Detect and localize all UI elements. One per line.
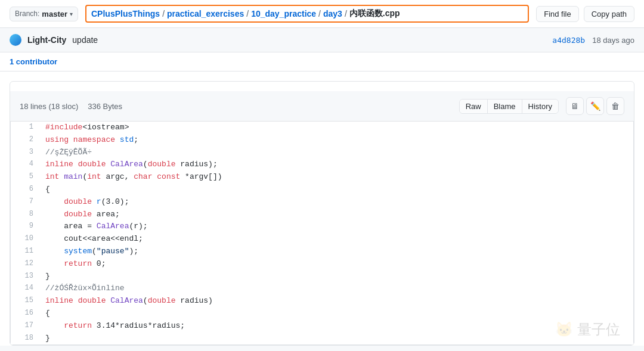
copy-path-button[interactable]: Copy path <box>584 6 634 22</box>
line-number: 9 <box>11 220 41 233</box>
line-number: 10 <box>11 233 41 246</box>
blame-button[interactable]: Blame <box>488 100 522 113</box>
top-actions: Find file Copy path <box>536 6 634 22</box>
edit-icon[interactable]: ✏️ <box>586 97 604 115</box>
avatar <box>10 34 21 46</box>
line-code: { <box>41 184 633 196</box>
table-row: 15inline double CalArea(double radius) <box>11 295 633 307</box>
table-row: 13} <box>11 271 633 283</box>
line-code: int main(int argc, char const *argv[]) <box>41 171 633 184</box>
file-info-bar: 18 lines (18 sloc) 336 Bytes Raw Blame H… <box>10 91 634 122</box>
table-row: 8 double area; <box>11 209 633 221</box>
breadcrumb-file: 内联函数.cpp <box>349 8 400 19</box>
line-code: using namespace std; <box>41 134 633 147</box>
line-code: //şŻĘÿÊÕÃ÷ <box>41 147 633 159</box>
table-row: 6{ <box>11 184 633 196</box>
file-action-buttons: Raw Blame History <box>459 99 559 114</box>
table-row: 4inline double CalArea(double radius); <box>11 159 633 171</box>
page-wrapper: Branch: master ▾ CPlusPlusThings / pract… <box>0 0 644 346</box>
line-code: return 3.14*radius*radius; <box>41 320 633 333</box>
line-number: 17 <box>11 320 41 333</box>
commit-right: a4d828b 18 days ago <box>552 36 634 45</box>
line-number: 5 <box>11 171 41 184</box>
code-container: 1#include<iostream>2using namespace std;… <box>10 122 634 345</box>
line-code: cout<<area<<endl; <box>41 233 633 246</box>
line-code: double area; <box>41 209 633 221</box>
file-size: 336 Bytes <box>88 102 122 111</box>
table-row: 14//żÓŚŘżüx×Õinline <box>11 282 633 295</box>
line-number: 3 <box>11 147 41 159</box>
breadcrumb-repo[interactable]: CPlusPlusThings <box>91 9 160 18</box>
line-code: } <box>41 271 633 283</box>
commit-author[interactable]: Light-City <box>27 35 66 45</box>
file-section: 18 lines (18 sloc) 336 Bytes Raw Blame H… <box>10 81 634 346</box>
line-number: 13 <box>11 271 41 283</box>
line-number: 4 <box>11 159 41 171</box>
line-code: double r(3.0); <box>41 196 633 209</box>
table-row: 1#include<iostream> <box>11 122 633 134</box>
table-row: 11 system("pause"); <box>11 246 633 258</box>
file-actions: Raw Blame History 🖥 ✏️ 🗑 <box>459 97 624 115</box>
commit-bar: Light-City update a4d828b 18 days ago <box>0 28 644 52</box>
branch-selector[interactable]: Branch: master ▾ <box>10 7 78 21</box>
chevron-down-icon: ▾ <box>70 11 73 17</box>
commit-message: update <box>72 35 98 45</box>
raw-button[interactable]: Raw <box>460 100 488 113</box>
commit-hash[interactable]: a4d828b <box>552 36 585 45</box>
table-row: 7 double r(3.0); <box>11 196 633 209</box>
line-code: //żÓŚŘżüx×Õinline <box>41 282 633 295</box>
table-row: 18} <box>11 333 633 345</box>
table-row: 5int main(int argc, char const *argv[]) <box>11 171 633 184</box>
file-meta: 18 lines (18 sloc) 336 Bytes <box>20 102 450 111</box>
line-code: system("pause"); <box>41 246 633 258</box>
desktop-icon[interactable]: 🖥 <box>566 97 584 115</box>
contributor-bar: 1 contributor <box>0 52 644 72</box>
breadcrumb-sep-2: / <box>246 9 249 18</box>
line-number: 18 <box>11 333 41 345</box>
branch-name: master <box>42 10 67 18</box>
line-number: 14 <box>11 282 41 295</box>
line-number: 12 <box>11 258 41 271</box>
table-row: 16{ <box>11 307 633 320</box>
line-code: { <box>41 307 633 320</box>
commit-time: 18 days ago <box>592 36 634 45</box>
table-row: 2using namespace std; <box>11 134 633 147</box>
line-number: 11 <box>11 246 41 258</box>
line-code: } <box>41 333 633 345</box>
table-row: 17 return 3.14*radius*radius; <box>11 320 633 333</box>
table-row: 3//şŻĘÿÊÕÃ÷ <box>11 147 633 159</box>
code-table: 1#include<iostream>2using namespace std;… <box>11 122 633 344</box>
history-button[interactable]: History <box>522 100 558 113</box>
find-file-button[interactable]: Find file <box>536 6 579 22</box>
breadcrumb-sep-4: / <box>345 9 347 18</box>
line-code: return 0; <box>41 258 633 271</box>
breadcrumb-dir3[interactable]: day3 <box>323 9 342 18</box>
line-code: area = CalArea(r); <box>41 220 633 233</box>
delete-icon[interactable]: 🗑 <box>606 97 624 115</box>
breadcrumb-sep-3: / <box>318 9 321 18</box>
line-number: 7 <box>11 196 41 209</box>
line-number: 15 <box>11 295 41 307</box>
table-row: 12 return 0; <box>11 258 633 271</box>
line-number: 16 <box>11 307 41 320</box>
file-lines: 18 lines (18 sloc) <box>20 102 78 111</box>
line-number: 2 <box>11 134 41 147</box>
breadcrumb-dir2[interactable]: 10_day_practice <box>251 9 316 18</box>
top-bar: Branch: master ▾ CPlusPlusThings / pract… <box>0 0 644 28</box>
contributor-link[interactable]: 1 contributor <box>10 57 57 66</box>
breadcrumb-dir1[interactable]: practical_exercises <box>167 9 244 18</box>
line-code: #include<iostream> <box>41 122 633 134</box>
line-number: 6 <box>11 184 41 196</box>
table-row: 10 cout<<area<<endl; <box>11 233 633 246</box>
line-number: 1 <box>11 122 41 134</box>
line-number: 8 <box>11 209 41 221</box>
branch-label: Branch: <box>15 10 39 18</box>
breadcrumb-sep-1: / <box>162 9 165 18</box>
line-code: inline double CalArea(double radius); <box>41 159 633 171</box>
line-code: inline double CalArea(double radius) <box>41 295 633 307</box>
table-row: 9 area = CalArea(r); <box>11 220 633 233</box>
breadcrumb: CPlusPlusThings / practical_exercises / … <box>85 5 529 23</box>
